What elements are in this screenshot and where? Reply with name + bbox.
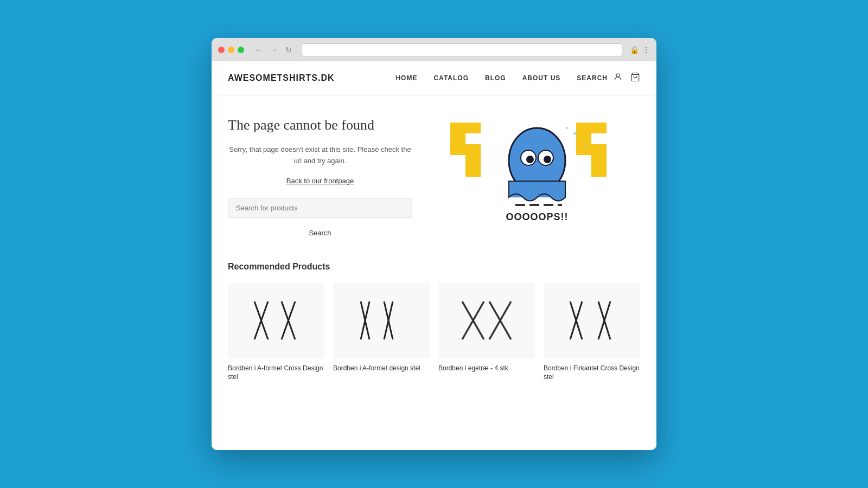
account-icon[interactable]: [613, 72, 623, 84]
error-illustration: OOOOOPS!!: [434, 117, 640, 226]
product-search-input[interactable]: [228, 198, 412, 218]
maximize-dot[interactable]: [238, 47, 244, 53]
forward-button[interactable]: →: [268, 44, 280, 55]
svg-rect-9: [576, 133, 591, 144]
close-dot[interactable]: [218, 47, 225, 53]
product-card[interactable]: Bordben i egetræ - 4 stk.: [438, 282, 535, 382]
reload-button[interactable]: ↻: [283, 44, 294, 55]
product-card[interactable]: Bordben i A-formet design stel: [333, 282, 430, 382]
svg-rect-3: [450, 133, 465, 144]
svg-rect-25: [544, 204, 553, 206]
browser-dots: [218, 47, 244, 53]
svg-point-22: [566, 127, 568, 129]
page-content: AWESOMETSHIRTS.DK HOME CATALOG BLOG ABOU…: [212, 61, 656, 450]
svg-rect-2: [450, 123, 465, 133]
svg-rect-23: [515, 204, 525, 206]
svg-rect-26: [558, 204, 562, 206]
search-button[interactable]: Search: [228, 226, 412, 240]
svg-rect-24: [529, 204, 539, 206]
site-logo[interactable]: AWESOMETSHIRTS.DK: [228, 73, 335, 83]
svg-rect-13: [591, 123, 607, 133]
svg-rect-8: [576, 123, 591, 133]
product-card[interactable]: Bordben i Firkantet Cross Design stel: [544, 282, 640, 382]
nav-about[interactable]: ABOUT US: [522, 74, 561, 82]
svg-rect-5: [465, 155, 481, 166]
back-to-frontpage-link[interactable]: Back to our frontpage: [228, 177, 412, 185]
svg-rect-11: [591, 155, 607, 166]
error-description: Sorry, that page doesn't exist at this s…: [228, 144, 412, 167]
svg-rect-7: [465, 123, 481, 133]
svg-point-20: [573, 132, 577, 135]
product-image: [333, 282, 430, 358]
browser-actions: 🔒 ⋮: [630, 46, 650, 54]
svg-rect-12: [591, 166, 607, 177]
product-name: Bordben i A-formet design stel: [333, 364, 430, 373]
svg-point-19: [544, 156, 551, 163]
product-card[interactable]: Bordben i A-formet Cross Design stel: [228, 282, 324, 382]
site-nav: HOME CATALOG BLOG ABOUT US SEARCH: [395, 74, 608, 82]
product-image: [438, 282, 535, 358]
nav-catalog[interactable]: CATALOG: [433, 74, 469, 82]
nav-search[interactable]: SEARCH: [577, 74, 608, 82]
svg-point-17: [526, 156, 534, 163]
product-name: Bordben i A-formet Cross Design stel: [228, 364, 324, 382]
browser-nav: ← → ↻: [253, 44, 294, 55]
nav-icons: [613, 72, 640, 84]
product-name: Bordben i egetræ - 4 stk.: [438, 364, 535, 373]
product-name: Bordben i Firkantet Cross Design stel: [544, 364, 640, 382]
oops-illustration: OOOOOPS!!: [450, 117, 624, 226]
nav-home[interactable]: HOME: [395, 74, 417, 82]
svg-rect-10: [576, 144, 607, 155]
site-header: AWESOMETSHIRTS.DK HOME CATALOG BLOG ABOU…: [212, 61, 656, 95]
browser-window: ← → ↻ 🔒 ⋮ AWESOMETSHIRTS.DK HOME CATALOG…: [212, 38, 656, 450]
main-content: The page cannot be found Sorry, that pag…: [212, 95, 656, 256]
extension-button[interactable]: 🔒: [630, 46, 639, 54]
product-image: [544, 282, 640, 358]
cart-icon[interactable]: [630, 72, 640, 84]
svg-text:OOOOOPS!!: OOOOOPS!!: [506, 211, 568, 222]
svg-point-21: [585, 146, 587, 148]
error-text-section: The page cannot be found Sorry, that pag…: [228, 117, 412, 240]
menu-button[interactable]: ⋮: [642, 46, 650, 54]
svg-rect-6: [465, 166, 481, 177]
products-grid: Bordben i A-formet Cross Design stel Bor…: [228, 282, 640, 382]
nav-blog[interactable]: BLOG: [485, 74, 506, 82]
browser-titlebar: ← → ↻ 🔒 ⋮: [212, 38, 656, 61]
minimize-dot[interactable]: [228, 47, 234, 53]
address-bar[interactable]: [302, 43, 622, 56]
recommended-title: Recommended Products: [228, 262, 640, 272]
product-image: [228, 282, 324, 358]
back-button[interactable]: ←: [253, 44, 265, 55]
error-title: The page cannot be found: [228, 117, 412, 133]
svg-rect-4: [450, 144, 481, 155]
svg-point-0: [616, 74, 620, 77]
recommended-section: Recommended Products Bordben i A-formet …: [212, 256, 656, 399]
